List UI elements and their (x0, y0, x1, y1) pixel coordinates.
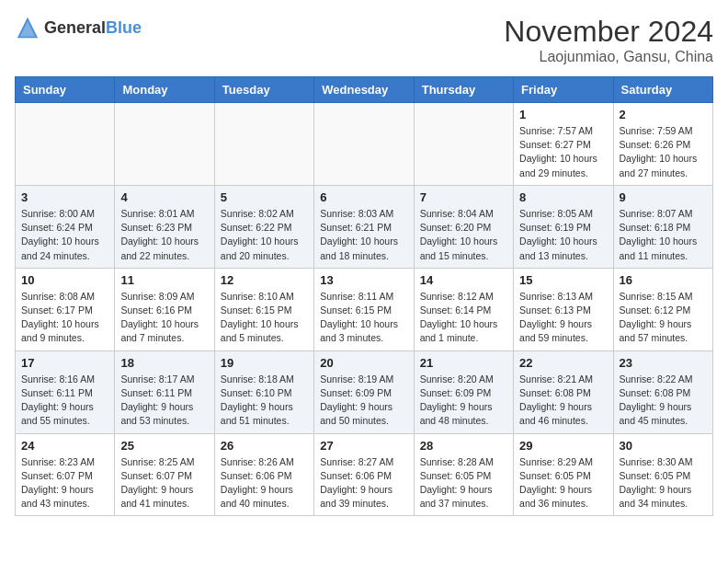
day-info: Sunrise: 8:16 AM Sunset: 6:11 PM Dayligh… (21, 373, 108, 429)
day-number: 13 (320, 273, 407, 287)
month-year-title: November 2024 (504, 15, 713, 49)
day-number: 14 (420, 273, 507, 287)
day-info: Sunrise: 8:26 AM Sunset: 6:06 PM Dayligh… (221, 455, 308, 511)
calendar-cell: 13Sunrise: 8:11 AM Sunset: 6:15 PM Dayli… (314, 268, 414, 350)
day-info: Sunrise: 8:17 AM Sunset: 6:11 PM Dayligh… (120, 373, 208, 429)
title-area: November 2024 Laojunmiao, Gansu, China (504, 15, 713, 65)
day-number: 5 (221, 190, 308, 204)
day-number: 25 (120, 439, 208, 453)
calendar-cell: 30Sunrise: 8:30 AM Sunset: 6:05 PM Dayli… (613, 433, 712, 516)
location-subtitle: Laojunmiao, Gansu, China (504, 49, 713, 65)
day-number: 2 (620, 108, 707, 121)
day-info: Sunrise: 8:22 AM Sunset: 6:08 PM Dayligh… (620, 373, 707, 429)
weekday-header-tuesday: Tuesday (214, 77, 313, 103)
day-info: Sunrise: 8:07 AM Sunset: 6:18 PM Dayligh… (620, 207, 707, 263)
weekday-header-sunday: Sunday (16, 77, 115, 103)
day-info: Sunrise: 8:20 AM Sunset: 6:09 PM Dayligh… (420, 373, 507, 429)
day-info: Sunrise: 8:01 AM Sunset: 6:23 PM Dayligh… (120, 207, 208, 263)
weekday-header-saturday: Saturday (613, 77, 712, 103)
weekday-header-wednesday: Wednesday (314, 77, 414, 103)
calendar-cell: 14Sunrise: 8:12 AM Sunset: 6:14 PM Dayli… (414, 268, 513, 350)
day-number: 12 (221, 273, 308, 287)
day-info: Sunrise: 8:02 AM Sunset: 6:22 PM Dayligh… (221, 207, 308, 263)
day-number: 11 (120, 273, 208, 287)
calendar-cell: 27Sunrise: 8:27 AM Sunset: 6:06 PM Dayli… (314, 433, 414, 516)
day-number: 20 (320, 356, 407, 370)
day-info: Sunrise: 8:15 AM Sunset: 6:12 PM Dayligh… (620, 290, 707, 346)
day-number: 27 (320, 439, 407, 453)
page-header: GeneralBlue November 2024 Laojunmiao, Ga… (15, 15, 713, 65)
day-number: 10 (21, 273, 108, 287)
calendar-cell: 20Sunrise: 8:19 AM Sunset: 6:09 PM Dayli… (314, 350, 414, 433)
day-info: Sunrise: 8:08 AM Sunset: 6:17 PM Dayligh… (21, 290, 108, 346)
calendar-cell: 1Sunrise: 7:57 AM Sunset: 6:27 PM Daylig… (514, 103, 613, 186)
calendar-cell: 17Sunrise: 8:16 AM Sunset: 6:11 PM Dayli… (16, 350, 115, 433)
logo-blue: Blue (106, 18, 142, 37)
calendar-cell: 2Sunrise: 7:59 AM Sunset: 6:26 PM Daylig… (613, 103, 712, 186)
calendar-cell: 26Sunrise: 8:26 AM Sunset: 6:06 PM Dayli… (214, 433, 313, 516)
calendar-week-row-5: 24Sunrise: 8:23 AM Sunset: 6:07 PM Dayli… (16, 433, 713, 516)
day-info: Sunrise: 8:27 AM Sunset: 6:06 PM Dayligh… (320, 455, 407, 511)
calendar-cell: 8Sunrise: 8:05 AM Sunset: 6:19 PM Daylig… (514, 185, 613, 268)
day-info: Sunrise: 8:29 AM Sunset: 6:05 PM Dayligh… (519, 455, 607, 511)
calendar-week-row-3: 10Sunrise: 8:08 AM Sunset: 6:17 PM Dayli… (16, 268, 713, 350)
day-info: Sunrise: 8:12 AM Sunset: 6:14 PM Dayligh… (420, 290, 507, 346)
day-number: 21 (420, 356, 507, 370)
day-number: 9 (620, 190, 707, 204)
weekday-header-thursday: Thursday (414, 77, 513, 103)
day-info: Sunrise: 8:21 AM Sunset: 6:08 PM Dayligh… (519, 373, 607, 429)
day-info: Sunrise: 8:28 AM Sunset: 6:05 PM Dayligh… (420, 455, 507, 511)
calendar-cell (414, 103, 513, 186)
day-info: Sunrise: 7:57 AM Sunset: 6:27 PM Dayligh… (519, 124, 607, 180)
calendar-cell: 28Sunrise: 8:28 AM Sunset: 6:05 PM Dayli… (414, 433, 513, 516)
calendar-cell: 11Sunrise: 8:09 AM Sunset: 6:16 PM Dayli… (115, 268, 214, 350)
day-number: 6 (320, 190, 407, 204)
calendar-cell: 18Sunrise: 8:17 AM Sunset: 6:11 PM Dayli… (115, 350, 214, 433)
calendar-cell (214, 103, 313, 186)
calendar-cell: 19Sunrise: 8:18 AM Sunset: 6:10 PM Dayli… (214, 350, 313, 433)
day-number: 17 (21, 356, 108, 370)
day-info: Sunrise: 8:19 AM Sunset: 6:09 PM Dayligh… (320, 373, 407, 429)
day-number: 28 (420, 439, 507, 453)
calendar-cell: 15Sunrise: 8:13 AM Sunset: 6:13 PM Dayli… (514, 268, 613, 350)
day-number: 22 (519, 356, 607, 370)
day-number: 24 (21, 439, 108, 453)
logo: GeneralBlue (15, 15, 142, 40)
day-number: 29 (519, 439, 607, 453)
day-info: Sunrise: 8:13 AM Sunset: 6:13 PM Dayligh… (519, 290, 607, 346)
calendar-cell: 12Sunrise: 8:10 AM Sunset: 6:15 PM Dayli… (214, 268, 313, 350)
calendar-week-row-4: 17Sunrise: 8:16 AM Sunset: 6:11 PM Dayli… (16, 350, 713, 433)
calendar-table: SundayMondayTuesdayWednesdayThursdayFrid… (15, 76, 713, 516)
day-info: Sunrise: 8:00 AM Sunset: 6:24 PM Dayligh… (21, 207, 108, 263)
day-info: Sunrise: 8:23 AM Sunset: 6:07 PM Dayligh… (21, 455, 108, 511)
weekday-header-row: SundayMondayTuesdayWednesdayThursdayFrid… (16, 77, 713, 103)
calendar-cell: 25Sunrise: 8:25 AM Sunset: 6:07 PM Dayli… (115, 433, 214, 516)
weekday-header-friday: Friday (514, 77, 613, 103)
day-number: 30 (620, 439, 707, 453)
day-number: 16 (620, 273, 707, 287)
day-number: 18 (120, 356, 208, 370)
calendar-cell: 9Sunrise: 8:07 AM Sunset: 6:18 PM Daylig… (613, 185, 712, 268)
day-info: Sunrise: 8:09 AM Sunset: 6:16 PM Dayligh… (120, 290, 208, 346)
logo-icon (15, 15, 40, 40)
day-number: 26 (221, 439, 308, 453)
calendar-cell: 21Sunrise: 8:20 AM Sunset: 6:09 PM Dayli… (414, 350, 513, 433)
weekday-header-monday: Monday (115, 77, 214, 103)
day-info: Sunrise: 7:59 AM Sunset: 6:26 PM Dayligh… (620, 124, 707, 180)
calendar-cell: 29Sunrise: 8:29 AM Sunset: 6:05 PM Dayli… (514, 433, 613, 516)
calendar-week-row-1: 1Sunrise: 7:57 AM Sunset: 6:27 PM Daylig… (16, 103, 713, 186)
calendar-week-row-2: 3Sunrise: 8:00 AM Sunset: 6:24 PM Daylig… (16, 185, 713, 268)
calendar-cell: 3Sunrise: 8:00 AM Sunset: 6:24 PM Daylig… (16, 185, 115, 268)
day-info: Sunrise: 8:25 AM Sunset: 6:07 PM Dayligh… (120, 455, 208, 511)
calendar-cell (16, 103, 115, 186)
logo-general: General (44, 18, 106, 37)
calendar-cell (115, 103, 214, 186)
logo-text: GeneralBlue (44, 18, 142, 38)
day-info: Sunrise: 8:18 AM Sunset: 6:10 PM Dayligh… (221, 373, 308, 429)
day-info: Sunrise: 8:30 AM Sunset: 6:05 PM Dayligh… (620, 455, 707, 511)
calendar-cell: 16Sunrise: 8:15 AM Sunset: 6:12 PM Dayli… (613, 268, 712, 350)
calendar-cell: 10Sunrise: 8:08 AM Sunset: 6:17 PM Dayli… (16, 268, 115, 350)
day-info: Sunrise: 8:05 AM Sunset: 6:19 PM Dayligh… (519, 207, 607, 263)
day-info: Sunrise: 8:11 AM Sunset: 6:15 PM Dayligh… (320, 290, 407, 346)
calendar-cell: 22Sunrise: 8:21 AM Sunset: 6:08 PM Dayli… (514, 350, 613, 433)
